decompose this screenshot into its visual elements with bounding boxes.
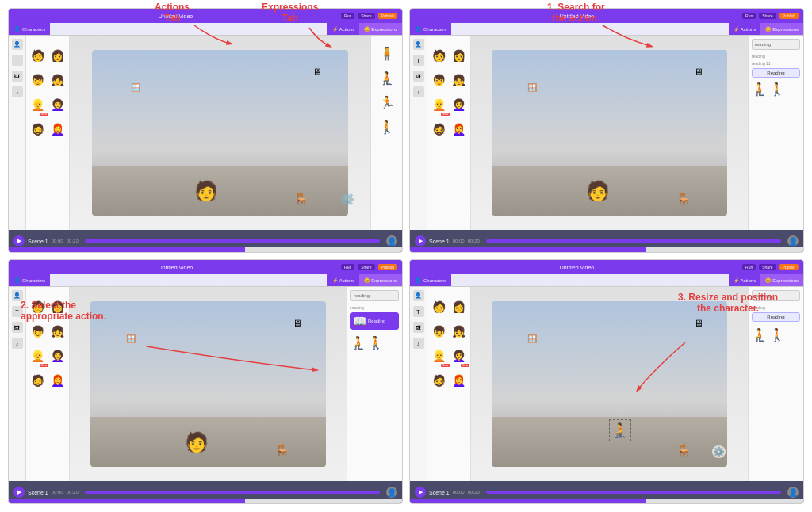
panel2-play-btn[interactable]: ▶ xyxy=(415,235,426,246)
panel3-action-reading-selected[interactable]: 📖 Reading xyxy=(350,312,399,330)
panel1-char-2[interactable]: 👩 xyxy=(49,39,67,61)
panel1-sidebar-icon-4[interactable]: ♪ xyxy=(12,86,23,97)
panel1-char-3[interactable]: 👦 xyxy=(29,63,47,86)
panel4-char-1[interactable]: 🧑 xyxy=(431,290,448,312)
panel3-play-btn[interactable]: ▶ xyxy=(13,487,25,498)
panel1-share-btn[interactable]: Share xyxy=(358,13,374,19)
panel1-char-6[interactable]: 👩‍🦱 xyxy=(49,88,67,110)
panel3-char-7[interactable]: 🧔 New xyxy=(29,364,47,386)
panel4-canvas[interactable]: 🧎 🖥 🪟 🪑 ⚙️ xyxy=(471,287,748,481)
panel3-char-8[interactable]: 👩‍🦰 xyxy=(49,364,67,386)
panel1-tab-expressions[interactable]: 😊 Expressions xyxy=(359,23,402,35)
panel4-tab-expressions[interactable]: 😊 Expressions xyxy=(760,274,803,286)
panel2-char-4[interactable]: 👧 xyxy=(450,63,468,86)
panel2-char-6[interactable]: 👩‍🦱 xyxy=(450,88,468,110)
panel3-run-btn[interactable]: Run xyxy=(341,264,354,270)
panel3-canvas[interactable]: 🧑 🖥 🪟 🪑 xyxy=(70,287,347,481)
panel3-char-1[interactable]: 🧑 xyxy=(29,290,47,312)
panel2-tab-actions[interactable]: ⚡ Actions xyxy=(729,23,761,35)
panel2-char-2[interactable]: 👩 xyxy=(450,39,468,61)
panel2-char-7[interactable]: 🧔 New xyxy=(431,113,448,135)
panel3-char-6[interactable]: 👩‍🦱 xyxy=(49,339,67,361)
panel3-char-2[interactable]: 👩 xyxy=(49,290,67,312)
panel2-body: 👤 T 🖼 ♪ 🧑 👩 👦 👧 👱 👩‍🦱 xyxy=(410,36,803,230)
panel3-tab-actions[interactable]: ⚡ Actions xyxy=(327,274,360,286)
panel2-sidebar-icon-4[interactable]: ♪ xyxy=(413,86,424,97)
panel4-play-btn[interactable]: ▶ xyxy=(415,487,426,498)
panel4-sidebar-icon-3[interactable]: 🖼 xyxy=(413,322,424,333)
panel4-char-7[interactable]: 🧔 New xyxy=(431,364,448,386)
panel1-canvas[interactable]: 🧑 🖥 🪟 🪑 ⚙️ xyxy=(70,36,370,230)
panel1-char-1[interactable]: 🧑 xyxy=(29,39,47,61)
panel3-share-btn[interactable]: Share xyxy=(358,264,374,270)
panel4-action-figure1[interactable]: 🧎 xyxy=(752,327,768,342)
panel4-char-8[interactable]: 👩‍🦰 New xyxy=(450,364,468,386)
panel2-char-8[interactable]: 👩‍🦰 xyxy=(450,113,468,135)
panel3-scene-bg: 🧑 🖥 🪟 🪑 xyxy=(90,301,326,466)
panel1-right-char-3[interactable]: 🏃 xyxy=(373,88,401,110)
panel2-run-btn[interactable]: Run xyxy=(742,13,756,19)
panel3-char-5[interactable]: 👱 xyxy=(29,339,47,361)
panel1-run-btn[interactable]: Run xyxy=(341,13,354,19)
panel4-share-btn[interactable]: Share xyxy=(759,264,776,270)
panel4-sidebar-icon-4[interactable]: ♪ xyxy=(413,338,424,349)
panel1-tab-characters[interactable]: 👤 Characters xyxy=(9,23,50,35)
panel3-action-figure1[interactable]: 🧎 xyxy=(350,335,366,350)
panel2-char-1[interactable]: 🧑 xyxy=(431,39,448,61)
panel3-action-figure2[interactable]: 🚶 xyxy=(368,335,384,350)
panel1-sidebar-icon-2[interactable]: T xyxy=(12,55,23,66)
panel4-char-2[interactable]: 👩 xyxy=(450,290,468,312)
panel4-action-reading[interactable]: Reading xyxy=(752,312,800,322)
panel3-char-3[interactable]: 👦 xyxy=(29,315,47,337)
panel1-char-4[interactable]: 👧 xyxy=(49,63,67,86)
panel2-tab-expressions[interactable]: 😊 Expressions xyxy=(760,23,803,35)
panel1-right-char-1[interactable]: 🧍 xyxy=(373,39,401,61)
panel2-canvas[interactable]: 🧑 🖥 🪟 🪑 xyxy=(471,36,748,230)
panel2-sidebar-icon-2[interactable]: T xyxy=(413,55,424,66)
panel3-search-input[interactable] xyxy=(350,290,399,301)
panel3-sidebar-icon-2[interactable]: T xyxy=(12,306,23,317)
panel3-scene-label: Scene 1 xyxy=(28,490,48,495)
panel1-right-char-4[interactable]: 🚶 xyxy=(373,113,401,135)
panel4-char-3[interactable]: 👦 xyxy=(431,315,448,337)
panel1-char-8[interactable]: 👩‍🦰 xyxy=(49,113,67,135)
panel3-tab-characters[interactable]: 👤 Characters xyxy=(9,274,50,286)
panel2-tab-characters[interactable]: 👤 Characters xyxy=(410,23,451,35)
panel3-publish-btn[interactable]: Publish xyxy=(378,264,397,270)
panel3-sidebar-icon-4[interactable]: ♪ xyxy=(12,338,23,349)
panel4-sidebar-icon-2[interactable]: T xyxy=(413,306,424,317)
panel3-sidebar-icon-1[interactable]: 👤 xyxy=(12,290,23,301)
panel3-sidebar-icon-3[interactable]: 🖼 xyxy=(12,322,23,333)
panel1-sidebar-icon-1[interactable]: 👤 xyxy=(12,39,23,50)
panel1-char-7[interactable]: 🧔 New xyxy=(29,113,47,135)
panel3-tab-expressions[interactable]: 😊 Expressions xyxy=(359,274,402,286)
panel2-search-input[interactable] xyxy=(752,39,800,50)
panel2-share-btn[interactable]: Share xyxy=(759,13,776,19)
panel3-char-4[interactable]: 👧 xyxy=(49,315,67,337)
panel4-action-figure2[interactable]: 🚶 xyxy=(769,327,785,342)
panel2-action-reading[interactable]: Reading xyxy=(752,68,800,78)
panel4-search-input[interactable] xyxy=(752,290,800,301)
panel2-sidebar-icon-1[interactable]: 👤 xyxy=(413,39,424,50)
panel1-sidebar-icon-3[interactable]: 🖼 xyxy=(12,71,23,82)
panel2-char-5[interactable]: 👱 xyxy=(431,88,448,110)
panel2-char-3[interactable]: 👦 xyxy=(431,63,448,86)
panel4-sidebar-icon-1[interactable]: 👤 xyxy=(413,290,424,301)
panel1-play-btn[interactable]: ▶ xyxy=(13,235,25,246)
panel2-action-figure2[interactable]: 🚶 xyxy=(769,82,785,97)
panel1-progress-container xyxy=(9,247,402,252)
panel2-action-figure1[interactable]: 🧎 xyxy=(752,82,768,97)
panel4-tab-characters[interactable]: 👤 Characters xyxy=(410,274,451,286)
panel1-char-5[interactable]: 👱 xyxy=(29,88,47,110)
panel4-run-btn[interactable]: Run xyxy=(742,264,756,270)
panel4-char-4[interactable]: 👧 xyxy=(450,315,468,337)
panel2-publish-btn[interactable]: Publish xyxy=(779,13,799,19)
panel4-publish-btn[interactable]: Publish xyxy=(779,264,799,270)
panel2-sidebar-icon-3[interactable]: 🖼 xyxy=(413,71,424,82)
panel4-char-5[interactable]: 👱 xyxy=(431,339,448,361)
panel1-right-char-2[interactable]: 🧎 xyxy=(373,63,401,86)
panel1-tab-actions[interactable]: ⚡ Actions xyxy=(327,23,360,35)
panel4-char-6[interactable]: 👩‍🦱 xyxy=(450,339,468,361)
panel1-publish-btn[interactable]: Publish xyxy=(378,13,397,19)
panel4-tab-actions[interactable]: ⚡ Actions xyxy=(729,274,761,286)
